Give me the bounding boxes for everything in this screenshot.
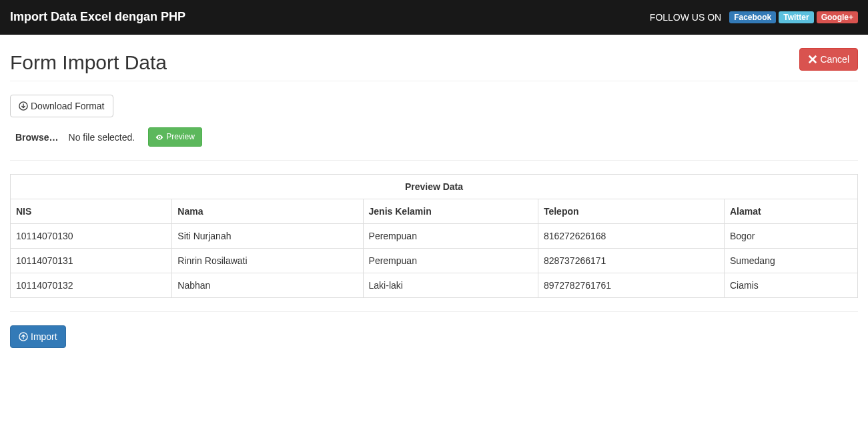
divider (10, 160, 858, 161)
cell-nis: 10114070132 (11, 273, 172, 298)
navbar-brand[interactable]: Import Data Excel dengan PHP (10, 0, 185, 34)
twitter-badge[interactable]: Twitter (779, 11, 813, 23)
cell-jenis-kelamin: Perempuan (363, 249, 538, 273)
preview-button[interactable]: Preview (148, 127, 202, 147)
table-title-row: Preview Data (11, 175, 858, 199)
col-alamat: Alamat (725, 199, 858, 224)
cell-nama: Siti Nurjanah (172, 224, 363, 249)
facebook-badge[interactable]: Facebook (729, 11, 776, 23)
upload-icon (19, 332, 28, 341)
cell-jenis-kelamin: Perempuan (363, 224, 538, 249)
cancel-button-label: Cancel (820, 53, 849, 66)
table-header-row: NIS Nama Jenis Kelamin Telepon Alamat (11, 199, 858, 224)
cancel-button[interactable]: Cancel (799, 48, 858, 71)
table-title: Preview Data (11, 175, 858, 199)
file-input-group[interactable]: Browse… No file selected. (15, 132, 135, 143)
eye-icon (155, 133, 163, 141)
file-status-text: No file selected. (69, 132, 135, 143)
cell-nama: Rinrin Rosilawati (172, 249, 363, 273)
navbar: Import Data Excel dengan PHP FOLLOW US O… (0, 0, 868, 35)
cell-jenis-kelamin: Laki-laki (363, 273, 538, 298)
table-row: 10114070132 Nabhan Laki-laki 89727827617… (11, 273, 858, 298)
svg-point-1 (159, 136, 160, 137)
cell-nama: Nabhan (172, 273, 363, 298)
close-icon (808, 55, 817, 64)
col-telepon: Telepon (538, 199, 724, 224)
cell-alamat: Ciamis (725, 273, 858, 298)
file-upload-row: Browse… No file selected. Preview (10, 127, 858, 147)
cell-nis: 10114070130 (11, 224, 172, 249)
page-title: Form Import Data (10, 51, 167, 74)
navbar-right: FOLLOW US ON Facebook Twitter Google+ (650, 11, 858, 23)
download-icon (19, 101, 28, 111)
import-button[interactable]: Import (10, 325, 66, 348)
cell-alamat: Bogor (725, 224, 858, 249)
col-jenis-kelamin: Jenis Kelamin (363, 199, 538, 224)
preview-button-label: Preview (166, 131, 195, 143)
import-button-label: Import (31, 330, 57, 343)
col-nama: Nama (172, 199, 363, 224)
download-format-button[interactable]: Download Format (10, 95, 113, 117)
google-plus-badge[interactable]: Google+ (817, 11, 858, 23)
cell-alamat: Sumedang (725, 249, 858, 273)
cell-nis: 10114070131 (11, 249, 172, 273)
table-row: 10114070131 Rinrin Rosilawati Perempuan … (11, 249, 858, 273)
table-row: 10114070130 Siti Nurjanah Perempuan 8162… (11, 224, 858, 249)
preview-table: Preview Data NIS Nama Jenis Kelamin Tele… (10, 174, 858, 298)
main-container: Form Import Data Cancel Download Format … (0, 35, 868, 361)
follow-us-label: FOLLOW US ON (650, 12, 721, 23)
divider (10, 311, 858, 312)
divider (10, 81, 858, 81)
cell-telepon: 8972782761761 (538, 273, 724, 298)
browse-button[interactable]: Browse… (15, 132, 59, 143)
cell-telepon: 828737266171 (538, 249, 724, 273)
cell-telepon: 816272626168 (538, 224, 724, 249)
header-row: Form Import Data Cancel (10, 48, 858, 74)
col-nis: NIS (11, 199, 172, 224)
download-format-label: Download Format (31, 99, 105, 113)
